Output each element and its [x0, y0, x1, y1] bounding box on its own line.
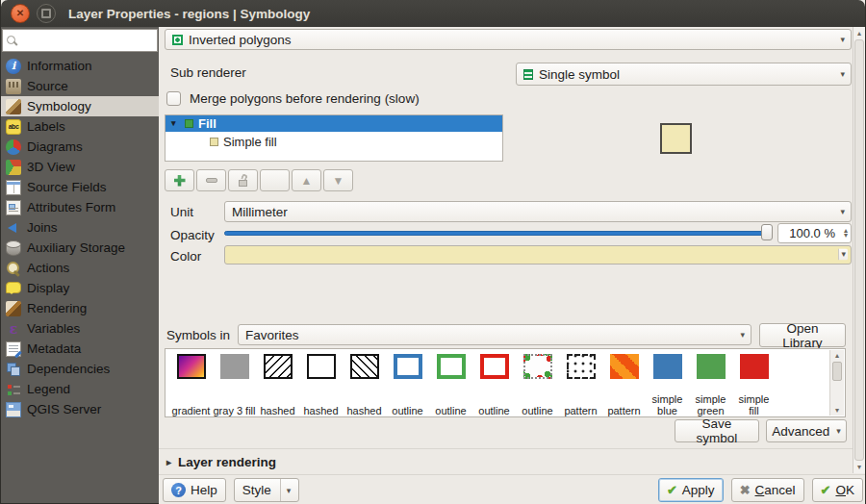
sidebar-item-variables[interactable]: Variables	[1, 318, 159, 339]
fill-layer-icon	[185, 119, 193, 128]
symbol-grid-scrollbar[interactable]: ▴ ▾	[829, 350, 844, 416]
sub-renderer-label: Sub renderer	[170, 65, 246, 80]
sidebar-item-label: Dependencies	[27, 362, 110, 376]
duplicate-symbol-layer-button[interactable]	[260, 169, 290, 191]
joins-icon	[6, 220, 21, 236]
sidebar-item-attributes-form[interactable]: Attributes Form	[1, 197, 159, 217]
sidebar-item-auxiliary-storage[interactable]: Auxiliary Storage	[1, 238, 159, 258]
layer-rendering-section[interactable]: ▸ Layer rendering	[159, 448, 853, 475]
opacity-label: Opacity	[170, 228, 215, 242]
scroll-down-icon[interactable]: ▾	[830, 406, 844, 415]
sidebar-item-information[interactable]: Information	[1, 56, 159, 76]
help-icon: ?	[171, 483, 186, 497]
advanced-button[interactable]: Advanced▾	[766, 419, 847, 442]
sidebar-item-symbology[interactable]: Symbology	[1, 96, 159, 116]
sidebar-item-rendering[interactable]: Rendering	[1, 298, 159, 318]
chevron-down-icon: ▾	[280, 479, 292, 501]
opacity-slider[interactable]	[224, 224, 773, 241]
attributes-form-icon	[6, 200, 21, 215]
layer-properties-window: ✕ Layer Properties - regions | Symbology…	[0, 0, 866, 504]
remove-symbol-layer-button[interactable]	[196, 169, 226, 191]
add-symbol-layer-button[interactable]	[165, 169, 194, 191]
merge-polygons-checkbox[interactable]	[166, 91, 181, 106]
scroll-thumb[interactable]	[832, 362, 842, 381]
ok-button[interactable]: ✔OK	[812, 478, 863, 502]
renderer-select[interactable]: Inverted polygons	[165, 29, 852, 50]
symbol-pattern[interactable]: pattern	[602, 353, 646, 416]
symbol-pattern[interactable]: pattern	[559, 353, 602, 416]
layer-rendering-label: Layer rendering	[178, 455, 276, 469]
symbol-layers-tree: ▾ Fill Simple fill	[165, 114, 503, 162]
sidebar-item-dependencies[interactable]: Dependencies	[1, 359, 159, 379]
sidebar-item-actions[interactable]: Actions	[1, 258, 159, 278]
symbol-preview	[660, 123, 692, 154]
symbol-simple-blue[interactable]: simple blue	[646, 353, 689, 416]
style-button[interactable]: Style▾	[234, 478, 300, 502]
close-button[interactable]: ✕	[11, 4, 30, 23]
symbology-icon	[6, 99, 21, 114]
scroll-up-icon[interactable]: ▴	[830, 351, 844, 360]
symbol-simple-green[interactable]: simple green	[689, 353, 732, 416]
sidebar-item-joins[interactable]: Joins	[1, 217, 159, 238]
symbol-outline[interactable]: outline	[386, 353, 429, 416]
symbol-gradient[interactable]: gradient	[169, 353, 213, 416]
sub-renderer-select[interactable]: Single symbol	[516, 63, 852, 86]
symbol-collection-select[interactable]: Favorites	[238, 324, 751, 345]
symbol-outline[interactable]: outline	[472, 353, 516, 416]
move-down-button[interactable]	[323, 169, 353, 191]
sidebar-search	[2, 29, 158, 52]
symbol-swatch	[307, 354, 336, 379]
expander-icon[interactable]: ▾	[171, 119, 180, 128]
symbol-simple-fill[interactable]: simple fill	[732, 353, 776, 416]
symbol-label: outline	[429, 405, 472, 416]
apply-button[interactable]: ✔Apply	[658, 478, 724, 502]
symbol-swatch	[610, 354, 639, 379]
move-up-button[interactable]	[292, 169, 321, 191]
lock-color-button[interactable]	[228, 169, 258, 191]
scroll-down-icon[interactable]: ▾	[853, 463, 865, 471]
symbol-outline[interactable]: outline	[429, 353, 472, 416]
symbol-label: hashed	[299, 405, 343, 416]
maximize-button[interactable]	[37, 4, 56, 23]
save-symbol-button[interactable]: Save symbol	[675, 419, 759, 442]
symbol-label: simple fill	[732, 393, 776, 416]
cancel-button[interactable]: ✖Cancel	[731, 478, 804, 502]
symbol-swatch	[523, 354, 552, 379]
spinbox-arrows-icon[interactable]: ▴▾	[844, 225, 848, 241]
display-icon	[6, 282, 21, 293]
symbol-swatch	[437, 354, 466, 379]
symbol-hashed[interactable]: hashed	[299, 353, 343, 416]
open-library-button[interactable]: Open Library	[759, 323, 846, 347]
symbol-label: outline	[386, 405, 429, 416]
unit-select[interactable]: Millimeter	[224, 201, 852, 222]
tree-item-fill[interactable]: ▾ Fill	[166, 115, 502, 132]
symbol-label: pattern	[602, 405, 646, 416]
simple-fill-layer-icon	[210, 138, 218, 146]
symbol-outline[interactable]: outline	[516, 353, 559, 416]
sidebar-item-source-fields[interactable]: Source Fields	[1, 177, 159, 197]
tree-item-simple-fill[interactable]: Simple fill	[166, 134, 502, 150]
inverted-polygons-icon	[172, 35, 183, 45]
slider-handle[interactable]	[761, 224, 773, 240]
sidebar-item-diagrams[interactable]: Diagrams	[1, 137, 159, 157]
symbol-hashed[interactable]: hashed	[256, 353, 299, 416]
scroll-thumb[interactable]	[854, 39, 864, 461]
variables-icon	[6, 321, 21, 337]
search-input[interactable]	[21, 33, 153, 49]
sidebar-item-metadata[interactable]: Metadata	[1, 339, 159, 359]
sidebar-item-legend[interactable]: Legend	[1, 379, 159, 399]
main-scrollbar[interactable]: ▴ ▾	[853, 27, 865, 473]
sidebar-item-source[interactable]: Source	[1, 76, 159, 96]
opacity-spinbox[interactable]: 100.0 % ▴▾	[777, 223, 852, 243]
scroll-up-icon[interactable]: ▴	[853, 29, 865, 38]
symbol-gray-3-fill[interactable]: gray 3 fill	[213, 353, 256, 416]
color-button[interactable]	[224, 245, 852, 265]
sidebar-item-3d-view[interactable]: 3D View	[1, 157, 159, 177]
symbol-hashed[interactable]: hashed	[343, 353, 386, 416]
sidebar-item-display[interactable]: Display	[1, 278, 159, 298]
sidebar-item-labels[interactable]: Labels	[1, 116, 159, 137]
sidebar-item-qgis-server[interactable]: QGIS Server	[1, 399, 159, 419]
symbol-swatch	[480, 354, 509, 379]
help-button[interactable]: ?Help	[163, 478, 226, 502]
symbology-panel: Inverted polygons Sub renderer Single sy…	[159, 27, 865, 503]
